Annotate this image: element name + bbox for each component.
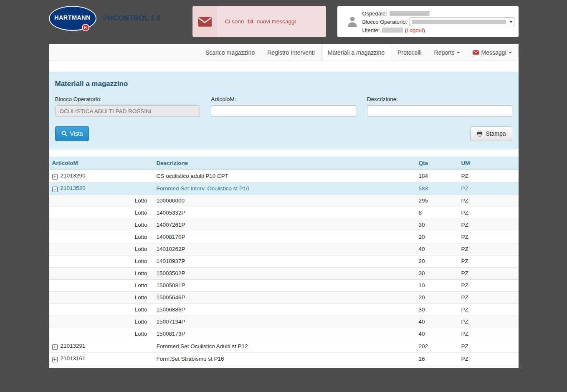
qta-cell: 583	[415, 182, 458, 195]
nav-item-label: Messaggi	[481, 49, 506, 56]
lotto-label: Lotto	[49, 243, 153, 255]
col-header-descrizione: Descrizione	[153, 157, 415, 170]
articolo-code: 21013291	[61, 343, 86, 349]
nav-item-scarico-magazzino[interactable]: Scarico magazzino	[199, 44, 261, 61]
um-cell: PZ	[458, 268, 519, 280]
descrizione-cell: Form.Set Strabismo st P16	[153, 353, 415, 365]
envelope-icon	[473, 50, 479, 55]
qta-cell: 16	[415, 353, 458, 365]
articolom-input[interactable]	[211, 105, 356, 117]
logo-badge-icon: H	[82, 24, 89, 31]
lotto-row: Lotto15005646P20PZ	[49, 292, 519, 304]
article-row: +21013291Foromed Set Oculistico Adulti s…	[49, 340, 519, 353]
nav-item-materiali-a-magazzino[interactable]: Materiali a magazzino	[321, 44, 391, 61]
message-count: 10	[247, 18, 253, 25]
table-body: +21013290CS oculistico adulti P10 CPT184…	[49, 170, 519, 365]
nav-item-messaggi[interactable]: Messaggi	[466, 44, 518, 61]
um-cell: PZ	[458, 195, 519, 207]
blocco-operatorio-input	[55, 105, 200, 117]
articolo-code: 21013290	[61, 172, 86, 179]
um-cell: PZ	[458, 255, 519, 268]
blocco-field: Blocco Operatorio:	[55, 96, 200, 117]
user-label: Utente:	[362, 27, 380, 33]
lotto-label: Lotto	[49, 268, 153, 280]
search-icon	[61, 131, 67, 137]
descrizione-cell: 14005332P	[153, 207, 415, 219]
um-cell: PZ	[458, 207, 519, 219]
descrizione-input[interactable]	[367, 105, 512, 117]
articolom-field: ArticoloM:	[211, 96, 356, 117]
blocco-field-label: Blocco Operatorio:	[55, 96, 200, 102]
nav-item-protocolli[interactable]: Protocolli	[391, 44, 428, 61]
expand-plus-icon[interactable]: +	[52, 174, 58, 180]
lotto-row: Lotto14010937P20PZ	[49, 255, 519, 268]
expand-plus-icon[interactable]: +	[52, 357, 58, 362]
col-header-articolom: ArticoloM	[49, 157, 153, 170]
hospital-label: Ospedale:	[362, 10, 387, 17]
um-cell: PZ	[458, 292, 519, 304]
brand: HARTMANN H PHCONTROL 2.0	[49, 6, 192, 31]
materials-table: ArticoloM Descrizione Qta UM +21013290CS…	[49, 157, 519, 365]
descrizione-cell: Foromed Set Oculistico Adulti st P12	[153, 340, 415, 353]
nav-item-registro-interventi[interactable]: Registro Interventi	[261, 44, 321, 61]
qta-cell: 30	[415, 304, 458, 316]
um-cell: PZ	[458, 280, 519, 292]
um-cell: PZ	[458, 231, 519, 243]
lotto-label: Lotto	[49, 280, 153, 292]
stampa-button[interactable]: Stampa	[470, 126, 512, 141]
um-cell: PZ	[458, 340, 519, 353]
descrizione-cell: 15005081P	[153, 280, 415, 292]
descrizione-cell: 14010262P	[153, 243, 415, 255]
nav-item-label: Registro Interventi	[267, 49, 315, 56]
page-title: Materiali a magazzino	[55, 80, 512, 88]
qta-cell: 8	[415, 207, 458, 219]
article-row: +21013290CS oculistico adulti P10 CPT184…	[49, 170, 519, 182]
user-lines: Ospedale: Blocco Operatorio: Utente: (Lo…	[362, 9, 514, 35]
selected-blocco-redacted	[412, 20, 506, 24]
qta-cell: 184	[415, 170, 458, 182]
qta-cell: 20	[415, 231, 458, 243]
qta-cell: 40	[415, 243, 458, 255]
lotto-label: Lotto	[49, 304, 153, 316]
descrizione-cell: 15008173P	[153, 328, 415, 340]
um-cell: PZ	[458, 328, 519, 340]
descrizione-cell: 14008170P	[153, 231, 415, 243]
um-cell: PZ	[458, 170, 519, 182]
lotto-row: Lotto100000000295PZ	[49, 195, 519, 207]
logout-link[interactable]: Logout	[407, 27, 423, 33]
qta-cell: 295	[415, 195, 458, 207]
table-header-row: ArticoloM Descrizione Qta UM	[49, 157, 519, 170]
envelope-icon	[193, 6, 217, 37]
qta-cell: 40	[415, 316, 458, 328]
lotto-row: Lotto14005332P8PZ	[49, 207, 519, 219]
um-cell: PZ	[458, 353, 519, 365]
lotto-label: Lotto	[49, 195, 153, 207]
chevron-down-icon	[457, 52, 460, 53]
nav-item-label: Materiali a magazzino	[328, 49, 385, 56]
blocco-line: Blocco Operatorio:	[362, 18, 514, 26]
collapse-minus-icon[interactable]: −	[52, 187, 58, 192]
username-redacted	[382, 28, 403, 33]
expand-plus-icon[interactable]: +	[52, 344, 58, 350]
stampa-label: Stampa	[486, 130, 506, 137]
articolom-field-label: ArticoloM:	[211, 96, 356, 102]
lotto-label: Lotto	[49, 328, 153, 340]
blocco-operatorio-select[interactable]	[410, 18, 514, 26]
articolo-code: 21013520	[61, 185, 86, 191]
um-cell: PZ	[458, 182, 519, 195]
nav-item-label: Scarico magazzino	[205, 49, 255, 56]
qta-cell: 40	[415, 328, 458, 340]
printer-icon	[476, 131, 483, 137]
header: HARTMANN H PHCONTROL 2.0 Ci sono 10 nuov…	[49, 0, 519, 40]
descrizione-cell: 15007134P	[153, 316, 415, 328]
vista-button[interactable]: Vista	[55, 126, 89, 141]
descrizione-cell: 100000000	[153, 195, 415, 207]
lotto-row: Lotto14007261P30PZ	[49, 219, 519, 231]
button-row: Vista Stampa	[55, 126, 512, 141]
logo-text: HARTMANN	[54, 14, 91, 23]
descrizione-cell: Foromed Set Interv. Oculistica st P10	[153, 182, 415, 195]
hartmann-logo: HARTMANN H	[49, 6, 96, 31]
descrizione-cell: 14010937P	[153, 255, 415, 268]
nav-item-reports[interactable]: Reports	[428, 44, 466, 61]
col-header-um: UM	[458, 157, 519, 170]
